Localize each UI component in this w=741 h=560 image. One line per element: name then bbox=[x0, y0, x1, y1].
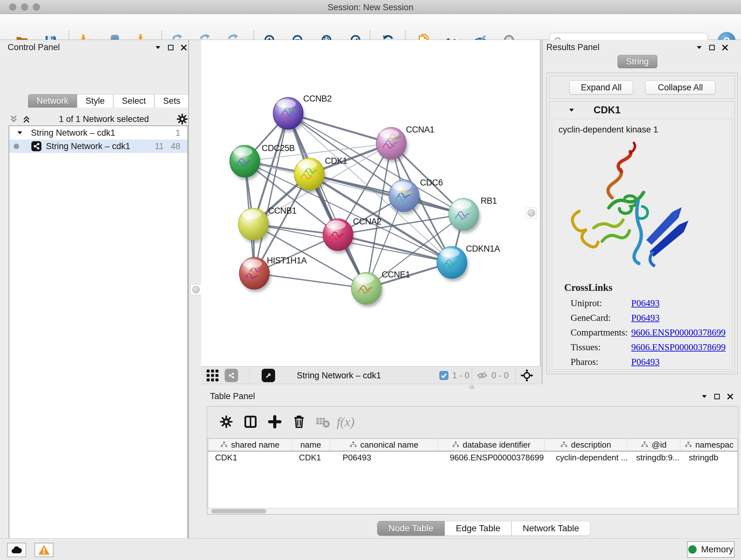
delete-table-icon bbox=[315, 414, 330, 429]
panel-close-icon[interactable] bbox=[726, 393, 734, 400]
delete-column-button[interactable] bbox=[289, 412, 309, 431]
table-horizontal-scrollbar[interactable] bbox=[208, 508, 738, 514]
pharos-link[interactable]: P06493 bbox=[631, 357, 660, 367]
tab-select[interactable]: Select bbox=[113, 94, 154, 108]
columns-icon bbox=[243, 415, 258, 429]
birds-eye-view-button[interactable] bbox=[262, 369, 275, 382]
network-node-hist1h1a[interactable]: HIST1H1A bbox=[239, 256, 307, 292]
string-network-graph[interactable]: CCNB2CCNA1CDC25BCDK1CDC6RB1CCNB1CCNA2CDK… bbox=[201, 40, 540, 366]
column-header[interactable]: @id bbox=[627, 439, 680, 451]
panel-maximize-icon[interactable] bbox=[167, 44, 174, 51]
share-icon bbox=[227, 371, 236, 380]
memory-button[interactable]: Memory bbox=[687, 541, 735, 558]
right-splitter[interactable] bbox=[540, 40, 542, 386]
left-splitter-grip[interactable] bbox=[191, 284, 201, 295]
panel-float-icon[interactable] bbox=[696, 44, 703, 51]
section-expander-icon[interactable] bbox=[568, 107, 575, 114]
expand-all-chevron-icon[interactable] bbox=[21, 114, 31, 124]
column-header[interactable]: shared name bbox=[208, 439, 292, 451]
genecard-link[interactable]: P06493 bbox=[631, 313, 660, 323]
view-grid-button[interactable] bbox=[206, 369, 219, 382]
crosslink-row: Pharos: P06493 bbox=[552, 357, 732, 370]
panel-close-icon[interactable] bbox=[721, 44, 729, 51]
network-node-cdk1[interactable]: CDK1 bbox=[294, 156, 347, 193]
function-builder-button[interactable]: f(x) bbox=[336, 412, 355, 431]
delete-table-button[interactable] bbox=[313, 412, 332, 431]
tab-network[interactable]: Network bbox=[28, 94, 77, 108]
tab-edge-table[interactable]: Edge Table bbox=[445, 521, 512, 536]
cloud-status-button[interactable] bbox=[7, 543, 26, 557]
pan-tool-button[interactable] bbox=[520, 369, 534, 382]
network-collection-row[interactable]: String Network – cdk1 1 bbox=[9, 126, 187, 139]
panel-float-icon[interactable] bbox=[154, 44, 161, 51]
main-toolbar: ? bbox=[0, 14, 741, 40]
control-panel-title: Control Panel bbox=[8, 43, 60, 52]
trash-icon bbox=[292, 415, 307, 429]
panel-close-icon[interactable] bbox=[180, 44, 188, 51]
network-node-count: 11 bbox=[155, 141, 164, 151]
tab-style[interactable]: Style bbox=[77, 94, 113, 108]
table-panel: Table Panel f(x) bbox=[201, 389, 741, 538]
crosslink-row: Compartments: 9606.ENSP00000378699 bbox=[552, 327, 732, 342]
gene-section-header[interactable]: CDK1 bbox=[549, 102, 735, 119]
gene-name: CDK1 bbox=[594, 105, 620, 116]
collapse-all-button[interactable]: Collapse All bbox=[645, 80, 716, 95]
network-edge[interactable] bbox=[254, 113, 288, 273]
column-header[interactable]: canonical name bbox=[330, 439, 439, 451]
network-node-ccne1[interactable]: CCNE1 bbox=[351, 270, 410, 307]
selected-checkbox-icon[interactable] bbox=[439, 370, 449, 381]
column-header[interactable]: namespac bbox=[680, 439, 738, 451]
gear-icon bbox=[219, 415, 233, 429]
node-label: CCNA2 bbox=[353, 217, 381, 226]
tab-string[interactable]: String bbox=[617, 55, 657, 68]
warnings-button[interactable] bbox=[35, 543, 54, 557]
tissues-link[interactable]: 9606.ENSP00000378699 bbox=[631, 342, 726, 353]
panel-float-icon[interactable] bbox=[701, 393, 708, 400]
collection-expander-icon[interactable] bbox=[16, 129, 23, 136]
string-network-icon bbox=[30, 140, 42, 152]
tab-sets[interactable]: Sets bbox=[154, 94, 189, 108]
selected-counts: 1 - 0 bbox=[439, 369, 469, 382]
view-share-button[interactable] bbox=[225, 369, 238, 382]
network-options-gear-icon[interactable] bbox=[176, 113, 188, 125]
network-node-ccna2[interactable]: CCNA2 bbox=[323, 217, 381, 253]
collapse-all-chevron-icon[interactable] bbox=[9, 114, 19, 124]
network-node-rb1[interactable]: RB1 bbox=[449, 196, 497, 233]
plus-icon bbox=[267, 415, 282, 429]
table-row[interactable]: CDK1 CDK1 P06493 9606.ENSP00000378699 cy… bbox=[208, 451, 738, 463]
column-header[interactable]: database identifier bbox=[438, 439, 544, 451]
create-column-button[interactable] bbox=[265, 412, 284, 431]
tab-network-table[interactable]: Network Table bbox=[512, 521, 590, 536]
network-node-cdc6[interactable]: CDC6 bbox=[389, 178, 443, 214]
string-results-box: Expand All Collapse All CDK1 cyclin-depe… bbox=[546, 73, 738, 374]
results-panel: Results Panel String Expand All Collapse… bbox=[542, 40, 741, 386]
compartments-link[interactable]: 9606.ENSP00000378699 bbox=[631, 327, 726, 338]
tree-column-icon bbox=[452, 441, 460, 449]
crosslink-row: Uniprot: P06493 bbox=[552, 298, 732, 313]
scrollbar-thumb[interactable] bbox=[211, 509, 266, 513]
network-label: String Network – cdk1 bbox=[46, 141, 130, 151]
table-box: f(x) shared name name canonical name da bbox=[207, 406, 738, 515]
node-label: CDC6 bbox=[420, 178, 443, 187]
tree-column-icon bbox=[560, 441, 568, 449]
panel-maximize-icon[interactable] bbox=[714, 393, 721, 400]
show-columns-button[interactable] bbox=[241, 412, 260, 431]
window-titlebar: Session: New Session bbox=[0, 0, 741, 14]
fx-icon: f(x) bbox=[337, 415, 354, 429]
network-node-cdkn1a[interactable]: CDKN1A bbox=[437, 244, 500, 281]
network-canvas[interactable]: CCNB2CCNA1CDC25BCDK1CDC6RB1CCNB1CCNA2CDK… bbox=[201, 40, 540, 366]
uniprot-link[interactable]: P06493 bbox=[631, 298, 660, 308]
status-bar: Memory bbox=[0, 538, 741, 560]
node-table-header: shared name name canonical name database… bbox=[208, 439, 738, 451]
crosslink-row: GeneCard: P06493 bbox=[552, 313, 732, 327]
expand-all-button[interactable]: Expand All bbox=[569, 80, 633, 95]
column-header[interactable]: name bbox=[292, 439, 330, 451]
right-splitter-grip[interactable] bbox=[526, 207, 537, 219]
network-edge[interactable] bbox=[254, 273, 366, 288]
cloud-icon bbox=[10, 544, 23, 557]
table-options-button[interactable] bbox=[217, 412, 236, 431]
column-header[interactable]: description bbox=[544, 439, 627, 451]
network-row[interactable]: String Network – cdk1 11 48 bbox=[9, 139, 187, 153]
tab-node-table[interactable]: Node Table bbox=[377, 521, 445, 536]
panel-maximize-icon[interactable] bbox=[709, 44, 716, 51]
